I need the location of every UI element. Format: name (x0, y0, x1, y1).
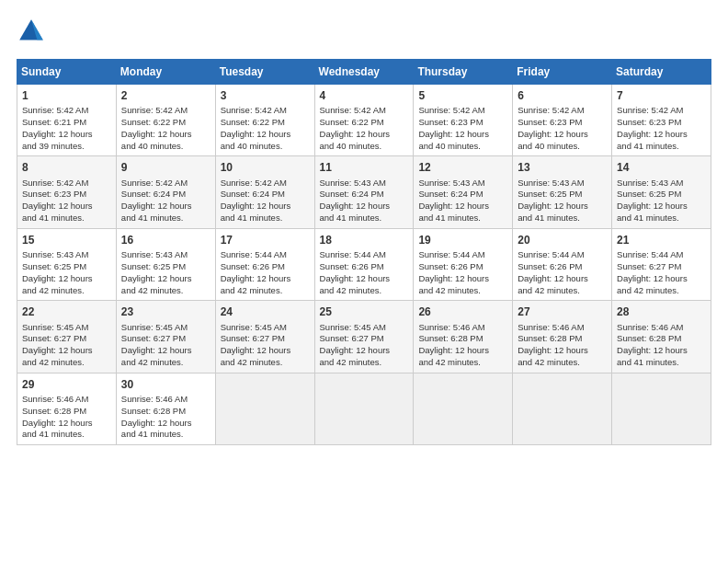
calendar-day-9: 9Sunrise: 5:42 AM Sunset: 6:24 PM Daylig… (116, 156, 215, 228)
day-info: Sunrise: 5:45 AM Sunset: 6:27 PM Dayligh… (320, 322, 409, 369)
day-number: 16 (121, 233, 210, 247)
calendar-day-2: 2Sunrise: 5:42 AM Sunset: 6:22 PM Daylig… (116, 85, 215, 156)
day-info: Sunrise: 5:45 AM Sunset: 6:27 PM Dayligh… (121, 322, 210, 369)
day-info: Sunrise: 5:42 AM Sunset: 6:23 PM Dayligh… (617, 105, 706, 152)
day-number: 17 (221, 233, 310, 247)
calendar-day-22: 22Sunrise: 5:45 AM Sunset: 6:27 PM Dayli… (17, 301, 117, 373)
calendar-day-23: 23Sunrise: 5:45 AM Sunset: 6:27 PM Dayli… (116, 301, 215, 373)
day-number: 24 (221, 304, 310, 319)
day-info: Sunrise: 5:43 AM Sunset: 6:25 PM Dayligh… (617, 178, 706, 224)
day-number: 28 (617, 304, 706, 319)
day-info: Sunrise: 5:46 AM Sunset: 6:28 PM Dayligh… (22, 394, 111, 441)
day-info: Sunrise: 5:43 AM Sunset: 6:25 PM Dayligh… (121, 249, 210, 296)
calendar-day-8: 8Sunrise: 5:42 AM Sunset: 6:23 PM Daylig… (17, 156, 117, 228)
calendar-week-row: 8Sunrise: 5:42 AM Sunset: 6:23 PM Daylig… (17, 156, 711, 228)
calendar-day-3: 3Sunrise: 5:42 AM Sunset: 6:22 PM Daylig… (215, 85, 314, 156)
calendar-week-row: 1Sunrise: 5:42 AM Sunset: 6:21 PM Daylig… (17, 85, 711, 156)
day-info: Sunrise: 5:42 AM Sunset: 6:22 PM Dayligh… (320, 105, 409, 152)
calendar-day-14: 14Sunrise: 5:43 AM Sunset: 6:25 PM Dayli… (612, 156, 711, 228)
calendar-day-24: 24Sunrise: 5:45 AM Sunset: 6:27 PM Dayli… (215, 301, 314, 373)
day-info: Sunrise: 5:42 AM Sunset: 6:24 PM Dayligh… (121, 178, 210, 224)
day-info: Sunrise: 5:46 AM Sunset: 6:28 PM Dayligh… (121, 394, 210, 441)
calendar-day-12: 12Sunrise: 5:43 AM Sunset: 6:24 PM Dayli… (414, 156, 513, 228)
day-number: 14 (617, 160, 706, 175)
weekday-header-row: SundayMondayTuesdayWednesdayThursdayFrid… (17, 60, 711, 85)
day-number: 21 (617, 233, 706, 247)
day-number: 12 (418, 160, 507, 175)
calendar-day-28: 28Sunrise: 5:46 AM Sunset: 6:28 PM Dayli… (612, 301, 711, 373)
day-number: 7 (617, 88, 706, 103)
day-info: Sunrise: 5:42 AM Sunset: 6:23 PM Dayligh… (518, 105, 607, 152)
calendar-day-empty (513, 373, 612, 444)
calendar-day-20: 20Sunrise: 5:44 AM Sunset: 6:26 PM Dayli… (513, 228, 612, 300)
day-number: 22 (22, 304, 111, 319)
day-number: 13 (518, 160, 607, 175)
calendar-page: SundayMondayTuesdayWednesdayThursdayFrid… (0, 0, 728, 563)
day-number: 30 (121, 377, 210, 392)
calendar-day-empty (215, 373, 314, 444)
day-number: 3 (221, 88, 310, 103)
calendar-week-row: 22Sunrise: 5:45 AM Sunset: 6:27 PM Dayli… (17, 301, 711, 373)
calendar-day-25: 25Sunrise: 5:45 AM Sunset: 6:27 PM Dayli… (314, 301, 414, 373)
day-info: Sunrise: 5:46 AM Sunset: 6:28 PM Dayligh… (518, 322, 607, 369)
calendar-day-13: 13Sunrise: 5:43 AM Sunset: 6:25 PM Dayli… (513, 156, 612, 228)
day-info: Sunrise: 5:42 AM Sunset: 6:24 PM Dayligh… (221, 178, 310, 224)
header (17, 17, 711, 46)
day-info: Sunrise: 5:43 AM Sunset: 6:24 PM Dayligh… (418, 178, 507, 224)
logo (17, 17, 50, 46)
calendar-day-4: 4Sunrise: 5:42 AM Sunset: 6:22 PM Daylig… (314, 85, 414, 156)
calendar-day-30: 30Sunrise: 5:46 AM Sunset: 6:28 PM Dayli… (116, 373, 215, 444)
calendar-day-19: 19Sunrise: 5:44 AM Sunset: 6:26 PM Dayli… (414, 228, 513, 300)
calendar-day-6: 6Sunrise: 5:42 AM Sunset: 6:23 PM Daylig… (513, 85, 612, 156)
weekday-header-sunday: Sunday (17, 60, 117, 85)
calendar-day-26: 26Sunrise: 5:46 AM Sunset: 6:28 PM Dayli… (414, 301, 513, 373)
day-info: Sunrise: 5:42 AM Sunset: 6:22 PM Dayligh… (121, 105, 210, 152)
day-number: 27 (518, 304, 607, 319)
calendar-day-11: 11Sunrise: 5:43 AM Sunset: 6:24 PM Dayli… (314, 156, 414, 228)
weekday-header-monday: Monday (116, 60, 215, 85)
day-info: Sunrise: 5:45 AM Sunset: 6:27 PM Dayligh… (221, 322, 310, 369)
calendar-day-18: 18Sunrise: 5:44 AM Sunset: 6:26 PM Dayli… (314, 228, 414, 300)
weekday-header-tuesday: Tuesday (215, 60, 314, 85)
calendar-week-row: 15Sunrise: 5:43 AM Sunset: 6:25 PM Dayli… (17, 228, 711, 300)
day-number: 6 (518, 88, 607, 103)
day-info: Sunrise: 5:44 AM Sunset: 6:26 PM Dayligh… (518, 249, 607, 296)
day-number: 23 (121, 304, 210, 319)
calendar-day-10: 10Sunrise: 5:42 AM Sunset: 6:24 PM Dayli… (215, 156, 314, 228)
day-info: Sunrise: 5:42 AM Sunset: 6:23 PM Dayligh… (22, 178, 111, 224)
day-number: 5 (418, 88, 507, 103)
day-number: 2 (121, 88, 210, 103)
day-info: Sunrise: 5:43 AM Sunset: 6:25 PM Dayligh… (22, 249, 111, 296)
calendar-day-16: 16Sunrise: 5:43 AM Sunset: 6:25 PM Dayli… (116, 228, 215, 300)
day-number: 4 (320, 88, 409, 103)
day-number: 11 (320, 160, 409, 175)
day-info: Sunrise: 5:43 AM Sunset: 6:25 PM Dayligh… (518, 178, 607, 224)
day-number: 26 (418, 304, 507, 319)
day-number: 20 (518, 233, 607, 247)
weekday-header-friday: Friday (513, 60, 612, 85)
day-number: 8 (22, 160, 111, 175)
day-number: 29 (22, 377, 111, 392)
calendar-day-empty (314, 373, 414, 444)
calendar-day-empty (414, 373, 513, 444)
weekday-header-thursday: Thursday (414, 60, 513, 85)
calendar-day-1: 1Sunrise: 5:42 AM Sunset: 6:21 PM Daylig… (17, 85, 117, 156)
day-number: 15 (22, 233, 111, 247)
calendar-day-29: 29Sunrise: 5:46 AM Sunset: 6:28 PM Dayli… (17, 373, 117, 444)
day-info: Sunrise: 5:43 AM Sunset: 6:24 PM Dayligh… (320, 178, 409, 224)
day-info: Sunrise: 5:46 AM Sunset: 6:28 PM Dayligh… (617, 322, 706, 369)
day-number: 18 (320, 233, 409, 247)
weekday-header-saturday: Saturday (612, 60, 711, 85)
day-info: Sunrise: 5:45 AM Sunset: 6:27 PM Dayligh… (22, 322, 111, 369)
day-info: Sunrise: 5:44 AM Sunset: 6:27 PM Dayligh… (617, 249, 706, 296)
day-number: 10 (221, 160, 310, 175)
day-number: 25 (320, 304, 409, 319)
day-info: Sunrise: 5:44 AM Sunset: 6:26 PM Dayligh… (418, 249, 507, 296)
logo-icon (17, 17, 46, 46)
day-info: Sunrise: 5:46 AM Sunset: 6:28 PM Dayligh… (418, 322, 507, 369)
calendar-day-5: 5Sunrise: 5:42 AM Sunset: 6:23 PM Daylig… (414, 85, 513, 156)
day-number: 19 (418, 233, 507, 247)
day-number: 1 (22, 88, 111, 103)
calendar-day-21: 21Sunrise: 5:44 AM Sunset: 6:27 PM Dayli… (612, 228, 711, 300)
day-info: Sunrise: 5:44 AM Sunset: 6:26 PM Dayligh… (320, 249, 409, 296)
